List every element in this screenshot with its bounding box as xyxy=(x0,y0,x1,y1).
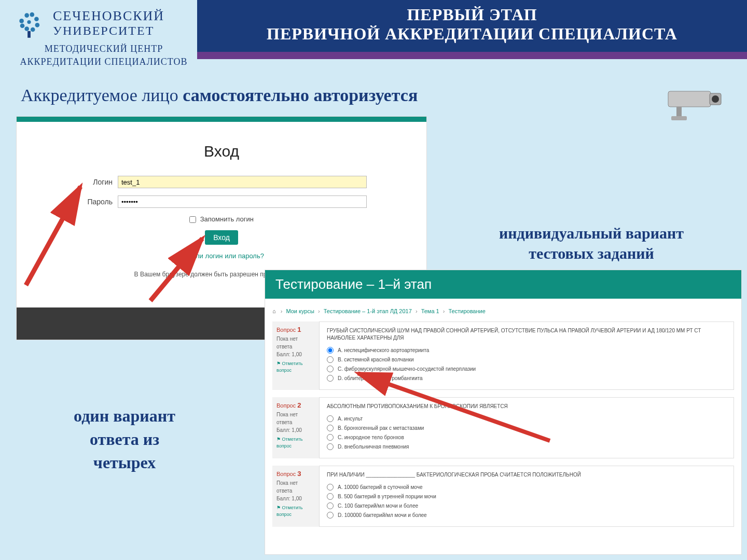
breadcrumb-item[interactable]: Тестирование xyxy=(449,308,486,314)
login-input[interactable] xyxy=(118,176,367,188)
answer-radio[interactable] xyxy=(327,484,334,491)
answer-option[interactable]: C. 100 бактерий/мл мочи и более xyxy=(327,502,726,509)
question-sidebar: Вопрос 1Пока нет ответаБалл: 1,00⚑ Отмет… xyxy=(272,321,319,390)
logo-block: СЕЧЕНОВСКИЙ УНИВЕРСИТЕТ МЕТОДИЧЕСКИЙ ЦЕН… xyxy=(10,4,197,67)
svg-point-8 xyxy=(27,20,31,24)
no-answer-label: Пока нет ответа xyxy=(276,479,315,495)
answer-option[interactable]: C. фибромускулярной мышечно-сосудистой г… xyxy=(327,366,726,372)
breadcrumb: ⌂ › Мои курсы › Тестирование – 1-й этап … xyxy=(272,308,734,314)
score-label: Балл: 1,00 xyxy=(276,426,315,434)
test-screenshot: Тестирование – 1–й этап ⌂ › Мои курсы › … xyxy=(265,270,742,555)
no-answer-label: Пока нет ответа xyxy=(276,411,315,426)
answer-radio[interactable] xyxy=(327,366,334,372)
answer-option[interactable]: D. облитерирующего тромбангиита xyxy=(327,375,726,382)
score-label: Балл: 1,00 xyxy=(276,351,315,358)
svg-point-1 xyxy=(24,13,29,18)
logo-line2: УНИВЕРСИТЕТ xyxy=(53,24,164,38)
question-number: Вопрос 3 xyxy=(276,469,315,479)
login-label: Логин xyxy=(76,178,113,186)
svg-point-5 xyxy=(31,27,35,32)
flag-question-link[interactable]: ⚑ Отметить вопрос xyxy=(276,360,315,374)
home-icon[interactable]: ⌂ xyxy=(272,308,276,314)
forgot-link[interactable]: Забыли логин или пароль? xyxy=(76,252,367,260)
answer-radio[interactable] xyxy=(327,493,334,500)
subtitle-bold: самостоятельно авторизуется xyxy=(183,86,418,105)
answer-radio[interactable] xyxy=(327,443,334,450)
cctv-camera-icon xyxy=(664,82,726,123)
question-main: ПРИ НАЛИЧИИ _________________ БАКТЕРИОЛО… xyxy=(319,466,734,527)
score-label: Балл: 1,00 xyxy=(276,495,315,502)
answer-radio[interactable] xyxy=(327,415,334,422)
answer-radio[interactable] xyxy=(327,434,334,441)
password-label: Пароль xyxy=(76,198,113,206)
annotation-right: индивидуальный вариант тестовых заданий xyxy=(449,223,734,263)
answer-option[interactable]: A. 10000 бактерий в суточной моче xyxy=(327,484,726,491)
logo-line1: СЕЧЕНОВСКИЙ xyxy=(53,8,164,24)
svg-point-4 xyxy=(35,23,40,27)
question-block: Вопрос 3Пока нет ответаБалл: 1,00⚑ Отмет… xyxy=(272,466,734,527)
login-topbar xyxy=(17,117,426,122)
question-text: ГРУБЫЙ СИСТОЛИЧЕСКИЙ ШУМ НАД ПРАВОЙ СОНН… xyxy=(327,327,726,342)
question-main: ГРУБЫЙ СИСТОЛИЧЕСКИЙ ШУМ НАД ПРАВОЙ СОНН… xyxy=(319,321,734,390)
logo-sub1: МЕТОДИЧЕСКИЙ ЦЕНТР xyxy=(10,44,197,54)
answer-label: B. системной красной волчанки xyxy=(338,357,414,362)
question-sidebar: Вопрос 2Пока нет ответаБалл: 1,00⚑ Отмет… xyxy=(272,397,319,458)
answer-label: B. 500 бактерий в утренней порции мочи xyxy=(338,494,436,499)
svg-point-0 xyxy=(19,19,24,23)
question-number: Вопрос 2 xyxy=(276,400,315,411)
question-block: Вопрос 2Пока нет ответаБалл: 1,00⚑ Отмет… xyxy=(272,397,734,458)
answer-option[interactable]: B. 500 бактерий в утренней порции мочи xyxy=(327,493,726,500)
answer-label: C. инородное тело бронхов xyxy=(338,435,404,440)
annotation-left: один вариант ответа из четырех xyxy=(44,404,205,474)
answer-label: A. 10000 бактерий в суточной моче xyxy=(338,484,422,490)
answer-label: A. инсульт xyxy=(338,416,363,422)
test-header: Тестирование – 1–й этап xyxy=(265,270,741,299)
answer-option[interactable]: A. неспецифического аортоартериита xyxy=(327,347,726,354)
header-accent xyxy=(197,52,747,59)
answer-label: D. 100000 бактерий/мл мочи и более xyxy=(338,512,427,518)
answer-radio[interactable] xyxy=(327,356,334,363)
answer-label: C. фибромускулярной мышечно-сосудистой г… xyxy=(338,366,476,372)
answer-option[interactable]: C. инородное тело бронхов xyxy=(327,434,726,441)
answer-option[interactable]: B. системной красной волчанки xyxy=(327,356,726,363)
slide-header: ПЕРВЫЙ ЭТАП ПЕРВИЧНОЙ АККРЕДИТАЦИИ СПЕЦИ… xyxy=(197,0,747,52)
remember-checkbox[interactable] xyxy=(189,216,196,223)
header-line2: ПЕРВИЧНОЙ АККРЕДИТАЦИИ СПЕЦИАЛИСТА xyxy=(197,24,747,44)
flag-question-link[interactable]: ⚑ Отметить вопрос xyxy=(276,436,315,450)
answer-radio[interactable] xyxy=(327,502,334,509)
answer-label: C. 100 бактерий/мл мочи и более xyxy=(338,503,418,509)
answer-option[interactable]: B. бронхогенный рак с метастазами xyxy=(327,425,726,431)
answer-radio[interactable] xyxy=(327,425,334,431)
svg-rect-10 xyxy=(668,91,711,107)
logo-sub2: АККРЕДИТАЦИИ СПЕЦИАЛИСТОВ xyxy=(10,57,197,67)
answer-option[interactable]: A. инсульт xyxy=(327,415,726,422)
question-text: АБСОЛЮТНЫМ ПРОТИВОПОКАЗАНИЕМ К БРОНХОСКО… xyxy=(327,403,726,410)
svg-rect-13 xyxy=(676,107,682,117)
svg-point-3 xyxy=(34,17,39,21)
svg-rect-14 xyxy=(671,116,687,120)
subtitle: Аккредитуемое лицо самостоятельно автори… xyxy=(21,86,418,105)
answer-option[interactable]: D. 100000 бактерий/мл мочи и более xyxy=(327,512,726,519)
svg-rect-9 xyxy=(27,31,31,38)
breadcrumb-item[interactable]: Мои курсы xyxy=(286,308,314,314)
subtitle-pre: Аккредитуемое лицо xyxy=(21,86,183,105)
answer-radio[interactable] xyxy=(327,347,334,354)
question-main: АБСОЛЮТНЫМ ПРОТИВОПОКАЗАНИЕМ К БРОНХОСКО… xyxy=(319,397,734,458)
answer-label: D. внебольничная пневмония xyxy=(338,444,409,450)
svg-point-6 xyxy=(24,26,29,31)
answer-label: D. облитерирующего тромбангиита xyxy=(338,375,423,381)
breadcrumb-item[interactable]: Тестирование – 1-й этап ЛД 2017 xyxy=(324,308,412,314)
login-submit-button[interactable]: Вход xyxy=(205,230,238,245)
remember-label: Запомнить логин xyxy=(200,215,254,223)
answer-option[interactable]: D. внебольничная пневмония xyxy=(327,443,726,450)
breadcrumb-item[interactable]: Тема 1 xyxy=(421,308,439,314)
password-input[interactable] xyxy=(118,195,367,208)
answer-label: B. бронхогенный рак с метастазами xyxy=(338,425,424,431)
flag-question-link[interactable]: ⚑ Отметить вопрос xyxy=(276,505,315,519)
question-text: ПРИ НАЛИЧИИ _________________ БАКТЕРИОЛО… xyxy=(327,471,726,479)
question-block: Вопрос 1Пока нет ответаБалл: 1,00⚑ Отмет… xyxy=(272,321,734,390)
answer-radio[interactable] xyxy=(327,512,334,519)
answer-label: A. неспецифического аортоартериита xyxy=(338,347,429,353)
answer-radio[interactable] xyxy=(327,375,334,382)
svg-point-2 xyxy=(30,12,34,17)
